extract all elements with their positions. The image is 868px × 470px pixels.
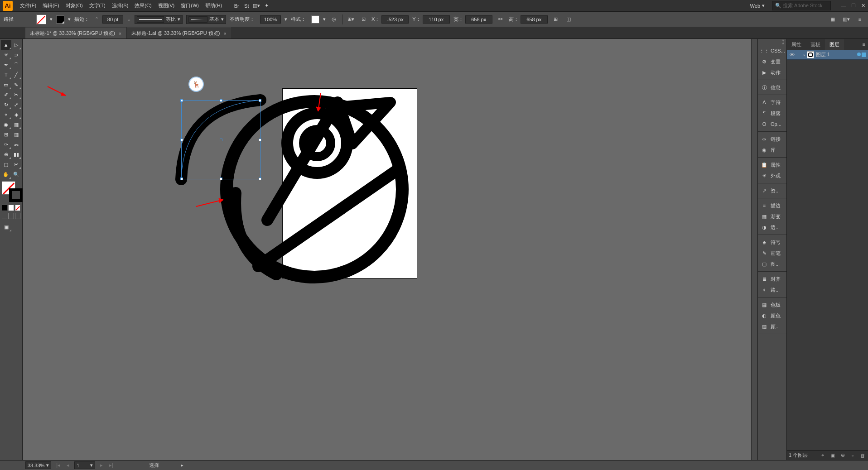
stroke-dd[interactable]: ▾ — [68, 16, 71, 22]
menu-file[interactable]: 文件(F) — [17, 1, 39, 10]
graph-tool[interactable]: ▮▮ — [11, 149, 22, 159]
y-input[interactable] — [423, 15, 450, 24]
panel-css[interactable]: ⋮⋮CSS... — [758, 45, 786, 56]
scissors-tool[interactable]: ✂ — [11, 90, 22, 100]
rectangle-tool[interactable]: ▭ — [1, 80, 11, 90]
transform-icon[interactable]: ⊡ — [359, 15, 368, 24]
brush-tool[interactable]: ✎ — [11, 80, 22, 90]
stroke-swatch[interactable] — [56, 15, 64, 24]
shape-props-icon[interactable]: ⊞ — [551, 15, 560, 24]
gpu-icon[interactable]: ✦ — [262, 1, 271, 10]
screen-mode[interactable]: ▣ — [1, 222, 12, 232]
arrange-icon[interactable]: ▥▾ — [252, 1, 261, 10]
type-tool[interactable]: T — [1, 70, 11, 80]
selection-bounds[interactable] — [181, 100, 260, 179]
target-icon[interactable] — [857, 53, 861, 56]
zoom-tool[interactable]: 🔍 — [11, 169, 22, 179]
lasso-tool[interactable]: ⊃ — [11, 50, 22, 60]
panel-align[interactable]: ≣对齐 — [758, 273, 786, 284]
stroke-weight-input[interactable] — [102, 15, 123, 24]
panel-asset-export[interactable]: ↗资... — [758, 185, 786, 196]
panel-graphic-styles[interactable]: ▢图... — [758, 259, 786, 269]
opacity-input[interactable] — [260, 15, 281, 24]
align-icon[interactable]: ⊞▾ — [346, 15, 355, 24]
opacity-dd[interactable]: ▾ — [285, 16, 287, 22]
panel-brushes[interactable]: ✎画笔 — [758, 248, 786, 259]
doc-tab-2[interactable]: 未标题-1.ai @ 33.33% (RGB/GPU 预览)× — [127, 28, 231, 38]
menu-view[interactable]: 视图(V) — [155, 1, 178, 10]
scale-tool[interactable]: ⤢ — [11, 100, 22, 110]
tab-artboards[interactable]: 画板 — [806, 39, 825, 50]
draw-behind[interactable] — [8, 213, 14, 219]
line-tool[interactable]: ╱ — [11, 70, 22, 80]
menu-effect[interactable]: 效果(C) — [132, 1, 154, 10]
fill-stroke-control[interactable] — [2, 181, 23, 202]
artboard-nav[interactable]: 1▾ — [74, 461, 95, 469]
blend-tool[interactable]: ⫘ — [11, 139, 22, 149]
workspace-switcher[interactable]: Web▾ — [747, 2, 767, 10]
new-layer-icon[interactable]: ▫ — [849, 452, 856, 459]
status-menu[interactable]: ▸ — [181, 462, 183, 468]
panel-stroke[interactable]: ≡描边 — [758, 200, 786, 211]
last-artboard[interactable]: ▸| — [108, 462, 115, 468]
canvas[interactable]: 🦌 — [23, 39, 751, 460]
brush-dd[interactable]: 基本▾ — [186, 15, 226, 24]
recolor-icon[interactable]: ◎ — [329, 15, 338, 24]
rotate-tool[interactable]: ↻ — [1, 100, 11, 110]
close-icon[interactable]: × — [223, 31, 226, 36]
disclosure-icon[interactable]: › — [803, 52, 805, 58]
panel-properties[interactable]: 📋属性 — [758, 159, 786, 170]
panel-character[interactable]: A字符 — [758, 97, 786, 108]
color-mode[interactable] — [2, 205, 7, 211]
v-scrollbar[interactable] — [751, 39, 757, 460]
panel-paragraph[interactable]: ¶段落 — [758, 108, 786, 119]
selection-tool[interactable]: ▲ — [1, 40, 11, 50]
gradient-tool[interactable]: ▥ — [11, 129, 22, 139]
menu-select[interactable]: 选择(S) — [109, 1, 131, 10]
panel-menu-icon[interactable]: ≡ — [855, 15, 864, 24]
doc-tab-1[interactable]: 未标题-1* @ 33.33% (RGB/GPU 预览)× — [25, 28, 126, 38]
w-input[interactable] — [465, 15, 492, 24]
stroke-dec[interactable]: ⌃ — [95, 16, 99, 22]
direct-selection-tool[interactable]: ▷ — [11, 40, 22, 50]
menu-object[interactable]: 对象(O) — [63, 1, 86, 10]
tab-properties[interactable]: 属性 — [787, 39, 806, 50]
next-artboard[interactable]: ▸ — [99, 462, 104, 468]
first-artboard[interactable]: |◂ — [55, 462, 62, 468]
delete-layer-icon[interactable]: 🗑 — [859, 452, 866, 459]
eyedropper-tool[interactable]: ✑ — [1, 139, 11, 149]
perspective-tool[interactable]: ▦ — [11, 120, 22, 129]
zoom-dropdown[interactable]: 33.33%▾ — [25, 461, 51, 469]
panel-opentype[interactable]: OOp... — [758, 119, 786, 129]
draw-normal[interactable] — [2, 213, 7, 219]
draw-inside[interactable] — [15, 213, 20, 219]
panel-gradient[interactable]: ▦渐变 — [758, 211, 786, 222]
curvature-tool[interactable]: ⌒ — [11, 60, 22, 70]
hand-tool[interactable]: ✋ — [1, 169, 11, 179]
panel-color[interactable]: ◐颜色 — [758, 310, 786, 321]
artboard-tool[interactable]: ▢ — [1, 159, 11, 169]
panel-links[interactable]: ∞链接 — [758, 134, 786, 144]
layer-name[interactable]: 图层 1 — [816, 51, 830, 58]
free-transform-tool[interactable]: ◈ — [11, 110, 22, 120]
stock-icon[interactable]: St — [242, 1, 251, 10]
panel-color-guide[interactable]: ▨颜... — [758, 321, 786, 332]
isolate-icon[interactable]: ◫ — [564, 15, 573, 24]
style-swatch[interactable] — [311, 15, 319, 24]
panel-menu-icon[interactable]: ≡ — [860, 42, 868, 47]
window-maximize[interactable]: ☐ — [851, 3, 856, 9]
panel-pathfinder[interactable]: ⌖路... — [758, 284, 786, 295]
panel-appearance[interactable]: ☀外观 — [758, 170, 786, 181]
doc-setup-icon[interactable]: ▦ — [828, 15, 837, 24]
x-input[interactable] — [381, 15, 409, 24]
profile-dd[interactable]: 等比▾ — [135, 15, 183, 24]
menu-type[interactable]: 文字(T) — [87, 1, 108, 10]
magic-wand-tool[interactable]: ✳ — [1, 50, 11, 60]
symbol-sprayer-tool[interactable]: ❋ — [1, 149, 11, 159]
shaper-tool[interactable]: ✐ — [1, 90, 11, 100]
fill-dd[interactable]: ▾ — [50, 16, 53, 22]
shape-builder-tool[interactable]: ◉ — [1, 120, 11, 129]
width-tool[interactable]: ⌖ — [1, 110, 11, 120]
menu-edit[interactable]: 编辑(E) — [40, 1, 62, 10]
panel-symbols[interactable]: ♣符号 — [758, 237, 786, 248]
